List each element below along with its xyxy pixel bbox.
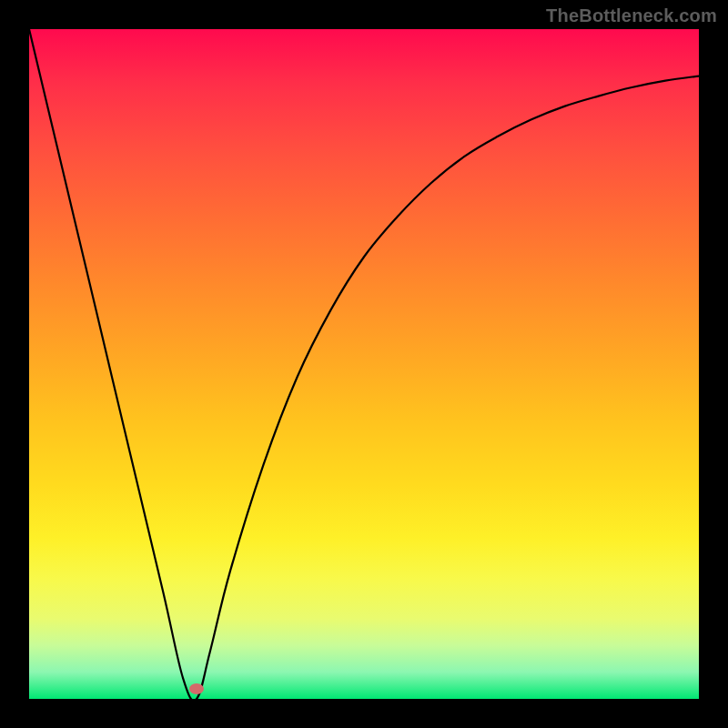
watermark-text: TheBottleneck.com bbox=[546, 5, 717, 26]
min-point-marker bbox=[189, 683, 204, 694]
curve-svg bbox=[29, 29, 699, 699]
bottleneck-curve bbox=[29, 29, 699, 699]
chart-frame: TheBottleneck.com bbox=[0, 0, 728, 728]
plot-area bbox=[29, 29, 699, 699]
